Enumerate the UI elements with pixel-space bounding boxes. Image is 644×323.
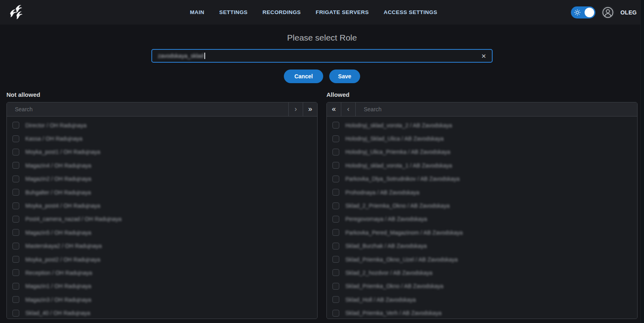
list-item[interactable]: Director / OH Radujnaya: [7, 119, 317, 132]
checkbox[interactable]: [12, 243, 19, 249]
move-selected-right-button chevron-right-icon[interactable]: ›: [288, 102, 303, 116]
list-item[interactable]: Parkovka_Dlya_Sotrudnikov / AB Zavodskay…: [327, 172, 637, 186]
not-allowed-panel-header: › »: [7, 102, 317, 117]
checkbox[interactable]: [332, 269, 339, 276]
checkbox[interactable]: [12, 216, 19, 223]
allowed-search-input[interactable]: [356, 102, 637, 116]
checkbox[interactable]: [12, 202, 19, 209]
checkbox[interactable]: [332, 296, 339, 303]
list-item-label: Moyka_post1 / OH Radujnaya: [25, 149, 100, 155]
checkbox[interactable]: [12, 310, 19, 317]
list-item[interactable]: Holodnyj_sklad_vorota_2 / AB Zavodskaya: [327, 119, 637, 132]
list-item-label: Holodnyj_sklad_vorota_1 / AB Zavodskaya: [345, 162, 452, 169]
list-item-label: Sklad_Priemka_Okno_Uzel / AB Zavodskaya: [345, 256, 458, 263]
list-item-label: Sklad_2_Priemka_Okno / AB Zavodskaya: [345, 202, 450, 209]
list-item[interactable]: Moyka_post1 / OH Radujnaya: [7, 145, 317, 159]
list-item-label: Director / OH Radujnaya: [25, 122, 87, 129]
move-all-right-button double-chevron-right-icon[interactable]: »: [303, 102, 317, 116]
list-item-label: Holodnyj_sklad_vorota_2 / AB Zavodskaya: [345, 122, 452, 129]
list-item[interactable]: Sklad_2_hozdvor / AB Zavodskaya: [327, 266, 637, 279]
list-item[interactable]: Sklad_2_Priemka_Okno / AB Zavodskaya: [327, 199, 637, 212]
top-navbar: MAIN SETTINGS RECORDINGS FRIGATE SERVERS…: [0, 0, 644, 25]
checkbox[interactable]: [332, 189, 339, 196]
page-scrollbar[interactable]: [640, 0, 644, 323]
checkbox[interactable]: [12, 162, 19, 169]
list-item[interactable]: Sklad_Priemka_Okno_Uzel / AB Zavodskaya: [327, 253, 637, 266]
checkbox[interactable]: [332, 256, 339, 263]
list-item[interactable]: Magazin1 / OH Radujnaya: [7, 280, 317, 293]
list-item[interactable]: Peregovornaya / AB Zavodskaya: [327, 213, 637, 226]
list-item-label: Masterskaya2 / OH Radujnaya: [25, 243, 102, 249]
list-item[interactable]: Buhgalter / OH Radujnaya: [7, 186, 317, 199]
list-item-label: Magazin3 / OH Radujnaya: [25, 296, 91, 303]
user-avatar-icon[interactable]: [601, 6, 614, 19]
checkbox[interactable]: [12, 122, 19, 129]
checkbox[interactable]: [12, 135, 19, 142]
list-item[interactable]: Holodnyj_sklad_vorota_1 / AB Zavodskaya: [327, 159, 637, 172]
list-item[interactable]: Sklad_Holl / AB Zavodskaya: [327, 293, 637, 306]
save-button[interactable]: Save: [329, 70, 360, 83]
username[interactable]: OLEG: [620, 9, 637, 16]
checkbox[interactable]: [332, 216, 339, 223]
frigate-birds-icon[interactable]: [7, 3, 26, 22]
allowed-title: Allowed: [326, 91, 638, 98]
nav-item-recordings[interactable]: RECORDINGS: [263, 9, 301, 15]
list-item[interactable]: Reception / OH Radujnaya: [7, 266, 317, 279]
checkbox[interactable]: [332, 229, 339, 236]
nav-item-access-settings[interactable]: ACCESS SETTINGS: [384, 9, 438, 15]
nav-item-main[interactable]: MAIN: [190, 9, 204, 15]
list-item[interactable]: Magazin4 / OH Radujnaya: [7, 159, 317, 172]
list-item[interactable]: Moyka_post4 / OH Radujnaya: [7, 199, 317, 212]
clear-input-button[interactable]: ✕: [480, 52, 487, 60]
list-item[interactable]: Sklad_40 / OH Radujnaya: [7, 306, 317, 319]
role-input[interactable]: zavodskaya_sklad ✕: [151, 49, 493, 63]
list-item[interactable]: Kassa / OH Radujnaya: [7, 132, 317, 145]
list-item[interactable]: Sklad_Burzhak / AB Zavodskaya: [327, 239, 637, 253]
checkbox[interactable]: [332, 135, 339, 142]
list-item-label: Moyka_post4 / OH Radujnaya: [25, 202, 100, 209]
list-item[interactable]: Magazin5 / OH Radujnaya: [7, 226, 317, 239]
list-item[interactable]: Prohodnaya / AB Zavodskaya: [327, 186, 637, 199]
not-allowed-search-input[interactable]: [7, 102, 288, 116]
list-item-label: Moyka_post2 / OH Radujnaya: [25, 256, 100, 263]
form-actions: Cancel Save: [0, 70, 644, 83]
checkbox[interactable]: [12, 189, 19, 196]
checkbox[interactable]: [332, 310, 339, 317]
list-item[interactable]: Moyka_post2 / OH Radujnaya: [7, 253, 317, 266]
allowed-panel: Allowed « ‹ Holodnyj_sklad_vorota_2 / AB…: [326, 91, 638, 319]
list-item[interactable]: Magazin3 / OH Radujnaya: [7, 293, 317, 306]
checkbox[interactable]: [12, 176, 19, 182]
list-item-label: Sklad_Holl / AB Zavodskaya: [345, 296, 416, 303]
list-item[interactable]: Holodnyj_Ulica_Priemka / AB Zavodskaya: [327, 145, 637, 159]
checkbox[interactable]: [332, 243, 339, 249]
list-item[interactable]: Parkovka_Pered_Magazinom / AB Zavodskaya: [327, 226, 637, 239]
move-selected-left-button chevron-left-icon[interactable]: ‹: [341, 102, 356, 116]
checkbox[interactable]: [12, 149, 19, 155]
list-item-label: Prohodnaya / AB Zavodskaya: [345, 189, 419, 196]
checkbox[interactable]: [12, 229, 19, 236]
list-item[interactable]: Post4_camera_nazad / OH Radujnaya: [7, 213, 317, 226]
checkbox[interactable]: [12, 296, 19, 303]
not-allowed-panel: Not allowed › » Director / OH Radujnaya …: [6, 91, 318, 319]
checkbox[interactable]: [12, 269, 19, 276]
list-item[interactable]: Sklad_Priemka_Verh / AB Zavodskaya: [327, 306, 637, 319]
checkbox[interactable]: [332, 122, 339, 129]
list-item[interactable]: Magazin2 / OH Radujnaya: [7, 172, 317, 186]
nav-item-settings[interactable]: SETTINGS: [219, 9, 248, 15]
checkbox[interactable]: [332, 162, 339, 169]
list-item[interactable]: Sklad_Priemka_Okno / AB Zavodskaya: [327, 280, 637, 293]
checkbox[interactable]: [12, 256, 19, 263]
list-item[interactable]: Holodnyj_Sklad_Ulica / AB Zavodskaya: [327, 132, 637, 145]
checkbox[interactable]: [332, 283, 339, 290]
nav-item-frigate-servers[interactable]: FRIGATE SERVERS: [316, 9, 369, 15]
checkbox[interactable]: [332, 202, 339, 209]
checkbox[interactable]: [332, 149, 339, 155]
checkbox[interactable]: [332, 176, 339, 182]
theme-toggle[interactable]: [571, 6, 595, 18]
list-item-label: Kassa / OH Radujnaya: [25, 135, 82, 142]
cancel-button[interactable]: Cancel: [284, 70, 323, 83]
role-input-value: zavodskaya_sklad: [158, 53, 204, 59]
checkbox[interactable]: [12, 283, 19, 290]
move-all-left-button double-chevron-left-icon[interactable]: «: [327, 102, 341, 116]
list-item[interactable]: Masterskaya2 / OH Radujnaya: [7, 239, 317, 253]
